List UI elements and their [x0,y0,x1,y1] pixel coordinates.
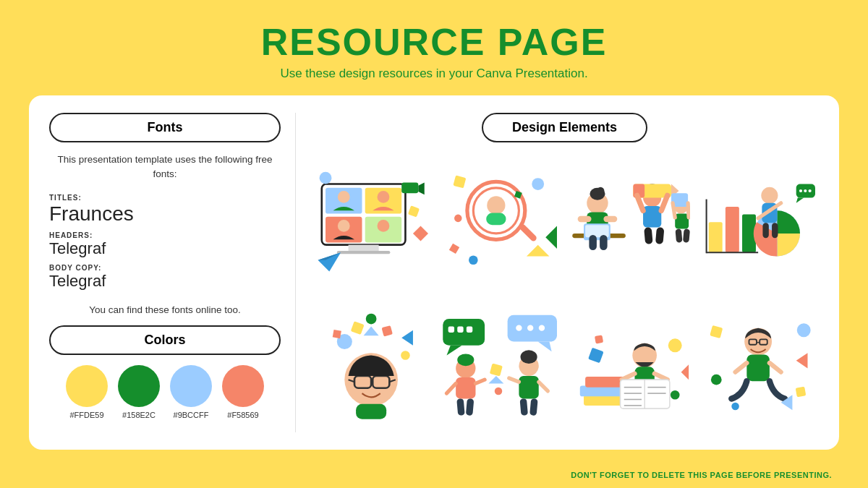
svg-point-73 [799,189,802,192]
svg-rect-11 [401,182,418,193]
font-label-body: BODY COPY: [49,264,281,272]
illustration-6 [439,297,561,433]
svg-rect-83 [351,321,365,335]
font-entry-headers: HEADERS: Telegraf [49,231,281,258]
colors-section-header: Colors [49,325,281,355]
font-name-body: Telegraf [49,272,281,291]
svg-marker-86 [401,330,413,346]
footer-note: DON'T FORGET TO DELETE THIS PAGE BEFORE … [571,471,832,479]
svg-rect-145 [710,325,723,338]
svg-point-148 [711,374,722,385]
svg-point-109 [521,350,537,364]
svg-rect-137 [594,335,603,343]
svg-rect-57 [675,228,682,243]
page-header: RESOURCE PAGE Use these design resources… [261,0,608,87]
svg-rect-23 [454,175,467,188]
svg-rect-14 [408,205,420,217]
right-panel: Design Elements [310,113,819,432]
svg-marker-92 [447,346,462,356]
svg-point-87 [401,351,410,360]
color-hex-yellow: #FFDE59 [69,411,103,419]
illustration-2 [439,154,561,290]
illustration-3 [569,154,690,290]
svg-rect-22 [519,223,538,242]
font-label-titles: TITLES: [49,194,281,202]
svg-point-99 [527,325,533,331]
svg-point-20 [487,196,505,214]
svg-rect-21 [486,213,506,225]
svg-point-75 [808,189,811,192]
svg-point-84 [366,314,377,325]
svg-rect-134 [588,348,604,364]
color-swatch-coral: #F58569 [222,365,264,419]
illustrations-grid [310,154,819,432]
svg-marker-97 [538,342,552,352]
font-name-titles: Fraunces [49,202,281,226]
illustration-8 [697,297,819,433]
svg-rect-2 [337,251,391,254]
svg-rect-110 [519,376,539,399]
svg-rect-70 [772,223,778,238]
svg-point-33 [596,187,604,194]
svg-rect-59 [709,222,723,252]
design-elements-header: Design Elements [482,113,647,142]
svg-line-49 [661,195,667,210]
svg-rect-93 [448,327,454,333]
svg-line-143 [735,363,746,372]
svg-line-48 [637,195,642,210]
svg-rect-85 [381,325,392,336]
svg-rect-44 [643,206,661,227]
color-hex-blue: #9BCCFF [174,411,209,419]
svg-rect-58 [682,228,689,243]
svg-line-111 [509,378,519,382]
svg-line-105 [476,380,485,383]
color-swatch-blue: #9BCCFF [170,365,212,419]
page-title: RESOURCE PAGE [261,20,608,64]
illustration-7 [569,297,690,433]
svg-marker-117 [489,376,504,384]
svg-line-144 [770,363,781,372]
color-circle-blue [170,365,212,407]
svg-marker-72 [796,197,804,202]
left-panel: Fonts This presentation template uses th… [49,113,281,432]
fonts-description: This presentation template uses the foll… [49,153,281,182]
svg-point-8 [338,220,350,232]
svg-rect-106 [456,398,464,416]
svg-rect-107 [466,398,474,416]
svg-marker-135 [681,364,689,380]
svg-marker-12 [418,182,424,194]
svg-point-74 [804,189,807,192]
svg-line-123 [621,374,634,380]
svg-rect-50 [644,227,652,244]
svg-point-116 [495,388,503,395]
svg-marker-15 [413,226,428,241]
svg-marker-16 [318,252,341,271]
svg-point-6 [378,191,390,203]
svg-rect-90 [356,404,386,419]
svg-marker-25 [545,226,557,249]
font-entry-titles: TITLES: Fraunces [49,194,281,226]
color-hex-green: #158E2C [122,411,156,419]
find-fonts-text: You can find these fonts online too. [89,304,241,315]
svg-point-136 [670,390,679,400]
svg-point-10 [378,220,390,232]
svg-rect-51 [655,227,663,244]
svg-rect-103 [456,377,475,398]
color-circle-yellow [66,365,108,407]
svg-rect-142 [746,355,770,382]
svg-point-4 [338,191,350,203]
font-label-headers: HEADERS: [49,231,281,239]
font-name-headers: Telegraf [49,239,281,258]
svg-point-133 [668,338,681,352]
svg-line-104 [447,384,456,394]
svg-rect-88 [333,330,341,338]
svg-point-27 [469,255,478,265]
color-hex-coral: #F58569 [227,411,258,419]
svg-rect-60 [726,207,739,252]
svg-marker-147 [796,353,807,368]
color-swatch-yellow: #FFDE59 [66,365,108,419]
svg-rect-36 [603,215,617,221]
svg-rect-53 [675,213,689,228]
svg-point-100 [539,325,545,331]
fonts-section-header: Fonts [49,113,281,142]
